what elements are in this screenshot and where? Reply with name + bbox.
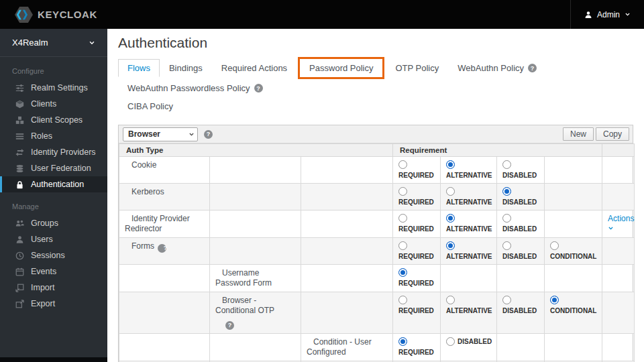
auth-type-spacer-cell bbox=[301, 292, 393, 334]
requirement-cell: ALTERNATIVE bbox=[441, 157, 497, 184]
radio-disabled[interactable] bbox=[502, 241, 511, 250]
sidebar-item-export[interactable]: Export bbox=[0, 296, 107, 312]
radio-alternative[interactable] bbox=[446, 241, 455, 250]
help-icon[interactable]: ? bbox=[528, 64, 537, 72]
flow-row-browser-conditional-otp: Browser - Conditional OTP?REQUIREDALTERN… bbox=[119, 292, 635, 334]
radio-required[interactable] bbox=[398, 187, 407, 196]
tab-otp-policy[interactable]: OTP Policy bbox=[386, 59, 448, 77]
auth-type-spacer-cell bbox=[301, 265, 393, 292]
requirement-cell: REQUIRED bbox=[393, 157, 441, 184]
radio-alternative[interactable] bbox=[446, 296, 455, 304]
radio-required[interactable] bbox=[398, 296, 407, 304]
topbar: KEYCLOAK Admin bbox=[0, 0, 644, 29]
copy-button[interactable]: Copy bbox=[596, 127, 629, 141]
flow-select-wrap: Browser bbox=[123, 127, 198, 141]
tab-label: Bindings bbox=[169, 63, 203, 73]
realm-selector[interactable]: X4Realm bbox=[0, 29, 107, 57]
auth-type-name: Condition - User Configured bbox=[307, 337, 372, 357]
sidebar-item-realm-settings[interactable]: Realm Settings bbox=[0, 80, 107, 96]
help-icon[interactable]: ? bbox=[225, 321, 234, 330]
radio-conditional[interactable] bbox=[550, 296, 559, 304]
requirement-cell: ALTERNATIVE bbox=[441, 210, 497, 238]
sidebar-item-label: Clients bbox=[31, 99, 56, 109]
tab-required-actions[interactable]: Required Actions bbox=[212, 59, 297, 77]
radio-label: REQUIRED bbox=[398, 253, 434, 261]
radio-label: ALTERNATIVE bbox=[446, 307, 492, 315]
sidebar-item-authentication[interactable]: Authentication bbox=[0, 176, 107, 192]
help-icon[interactable]: ? bbox=[254, 84, 263, 93]
flow-row-forms: Forms?REQUIREDALTERNATIVEDISABLEDCONDITI… bbox=[119, 238, 635, 265]
tab-ciba-policy[interactable]: CIBA Policy bbox=[118, 97, 182, 115]
realm-name: X4Realm bbox=[12, 38, 48, 48]
new-button[interactable]: New bbox=[563, 127, 594, 141]
radio-required[interactable] bbox=[398, 241, 407, 250]
help-icon[interactable]: ? bbox=[158, 244, 166, 253]
user-menu[interactable]: Admin bbox=[570, 0, 644, 29]
radio-disabled[interactable] bbox=[502, 214, 511, 223]
requirement-empty-cell bbox=[545, 210, 602, 238]
sidebar-item-client-scopes[interactable]: Client Scopes bbox=[0, 112, 107, 128]
radio-required[interactable] bbox=[398, 337, 407, 346]
requirement-empty-cell bbox=[545, 265, 602, 292]
radio-conditional[interactable] bbox=[550, 241, 559, 250]
sidebar-item-users[interactable]: Users bbox=[0, 231, 107, 247]
radio-label: DISABLED bbox=[502, 225, 537, 233]
requirement-empty-cell bbox=[545, 157, 602, 184]
requirement-cell: REQUIRED bbox=[393, 238, 441, 265]
sidebar-item-roles[interactable]: Roles bbox=[0, 128, 107, 144]
tab-bindings[interactable]: Bindings bbox=[160, 59, 212, 77]
sidebar-item-label: Identity Providers bbox=[31, 147, 96, 157]
radio-alternative[interactable] bbox=[446, 187, 455, 196]
sidebar-item-label: Authentication bbox=[31, 180, 84, 189]
requirement-empty-cell bbox=[545, 184, 602, 210]
actions-dropdown[interactable]: Actions bbox=[608, 214, 634, 223]
auth-type-spacer-cell bbox=[301, 238, 393, 265]
actions-empty-cell bbox=[602, 292, 635, 334]
auth-type-spacer-cell bbox=[119, 334, 210, 361]
auth-type-name: Username Password Form bbox=[215, 268, 272, 288]
tab-webauthn-passwordless-policy[interactable]: WebAuthn Passwordless Policy? bbox=[118, 79, 272, 97]
keycloak-logo[interactable]: KEYCLOAK bbox=[0, 7, 97, 23]
radio-disabled[interactable] bbox=[502, 160, 511, 169]
tab-flows[interactable]: Flows bbox=[118, 59, 160, 77]
flow-select[interactable]: Browser bbox=[123, 127, 198, 141]
sidebar-item-label: Events bbox=[31, 267, 56, 276]
sidebar-item-label: Groups bbox=[31, 219, 58, 228]
radio-label: REQUIRED bbox=[398, 280, 434, 288]
requirement-cell: CONDITIONAL bbox=[545, 292, 602, 334]
brand-name: KEYCLOAK bbox=[38, 9, 97, 20]
auth-type-spacer-cell bbox=[119, 265, 210, 292]
radio-disabled[interactable] bbox=[502, 296, 511, 304]
sidebar-item-groups[interactable]: Groups bbox=[0, 215, 107, 231]
radio-required[interactable] bbox=[398, 214, 407, 223]
sidebar-item-import[interactable]: Import bbox=[0, 280, 107, 296]
sidebar-item-label: Realm Settings bbox=[31, 83, 88, 93]
flow-row-username-password-form: Username Password FormREQUIRED bbox=[119, 265, 635, 292]
help-icon[interactable]: ? bbox=[204, 130, 213, 139]
auth-type-cell: Browser - Conditional OTP? bbox=[210, 292, 301, 334]
chevron-down-icon bbox=[625, 11, 631, 17]
radio-label: DISABLED bbox=[502, 307, 537, 315]
auth-type-cell: Username Password Form bbox=[210, 265, 301, 292]
sidebar-item-sessions[interactable]: Sessions bbox=[0, 247, 107, 263]
sidebar-item-label: Users bbox=[31, 235, 53, 244]
radio-alternative[interactable] bbox=[446, 214, 455, 223]
radio-alternative[interactable] bbox=[446, 160, 455, 169]
radio-disabled[interactable] bbox=[446, 337, 455, 346]
auth-type-spacer-cell bbox=[210, 238, 301, 265]
tab-password-policy[interactable]: Password Policy bbox=[300, 59, 382, 77]
export-icon bbox=[15, 300, 25, 308]
tab-webauthn-policy[interactable]: WebAuthn Policy? bbox=[448, 59, 546, 77]
radio-required[interactable] bbox=[398, 268, 407, 277]
requirement-cell: DISABLED bbox=[497, 238, 545, 265]
sidebar-item-events[interactable]: Events bbox=[0, 263, 107, 280]
requirement-cell: REQUIRED bbox=[393, 334, 441, 361]
sidebar-item-clients[interactable]: Clients bbox=[0, 96, 107, 112]
radio-required[interactable] bbox=[398, 160, 407, 169]
radio-disabled[interactable] bbox=[502, 187, 511, 196]
table-header-row: Auth Type Requirement bbox=[119, 144, 635, 157]
sidebar-item-identity-providers[interactable]: Identity Providers bbox=[0, 144, 107, 160]
auth-flow-table: Auth Type Requirement CookieREQUIREDALTE… bbox=[119, 143, 635, 362]
requirement-empty-cell bbox=[497, 334, 545, 361]
sidebar-item-user-federation[interactable]: User Federation bbox=[0, 160, 107, 176]
